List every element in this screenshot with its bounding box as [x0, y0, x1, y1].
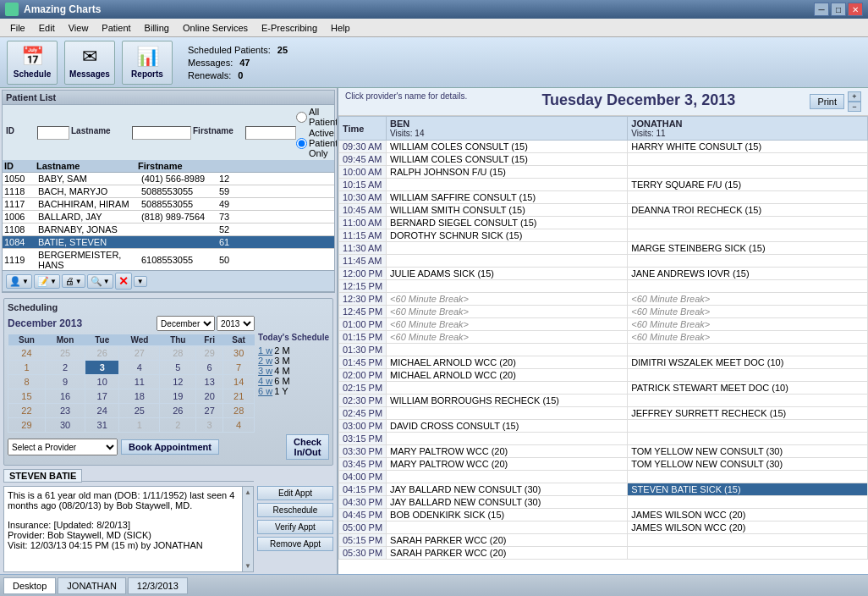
schedule-ben-cell[interactable]: <60 Minute Break> — [387, 293, 628, 306]
schedule-jonathan-cell[interactable] — [628, 166, 868, 179]
schedule-jonathan-cell[interactable]: <60 Minute Break> — [628, 306, 868, 318]
calendar-day[interactable]: 6 — [196, 361, 223, 375]
schedule-ben-cell[interactable]: WILLIAM SMITH CONSULT (15) — [387, 204, 628, 217]
schedule-ben-cell[interactable] — [387, 344, 628, 356]
weekly-link[interactable]: 6 w — [258, 386, 272, 396]
calendar-day[interactable]: 4 — [223, 418, 255, 433]
schedule-jonathan-cell[interactable] — [628, 395, 868, 407]
schedule-jonathan-cell[interactable] — [628, 420, 868, 433]
schedule-jonathan-cell[interactable]: DIMITRI WSZALEK MEET DOC (10) — [628, 356, 868, 369]
month-select[interactable]: December — [157, 316, 215, 331]
all-patients-radio[interactable] — [296, 112, 307, 123]
reports-button[interactable]: 📊 Reports — [122, 41, 173, 85]
calendar-day[interactable]: 26 — [160, 404, 196, 418]
calendar-day[interactable]: 30 — [45, 418, 85, 433]
schedule-ben-cell[interactable] — [387, 255, 628, 268]
ben-provider-name[interactable]: BEN — [390, 119, 624, 129]
id-search-input[interactable] — [37, 126, 69, 140]
book-appointment-button[interactable]: Book Appointment — [121, 439, 219, 455]
reschedule-button[interactable]: Reschedule — [257, 503, 333, 517]
calendar-day[interactable]: 3 — [85, 361, 119, 375]
schedule-jonathan-cell[interactable]: JANE ANDREWS IOVR (15) — [628, 268, 868, 280]
scroll-down-arrow[interactable]: ▼ — [244, 562, 251, 570]
calendar-day[interactable]: 4 — [119, 361, 160, 375]
print-schedule-button[interactable]: Print — [810, 94, 844, 109]
calendar-day[interactable]: 9 — [45, 375, 85, 389]
calendar-day[interactable]: 25 — [45, 346, 85, 361]
schedule-jonathan-cell[interactable]: HARRY WHITE CONSULT (15) — [628, 141, 868, 153]
calendar-day[interactable]: 3 — [196, 418, 223, 433]
search-button[interactable]: 🔍 ▼ — [87, 274, 113, 289]
calendar-day[interactable]: 13 — [196, 375, 223, 389]
schedule-ben-cell[interactable] — [387, 522, 628, 534]
checkin-button[interactable]: CheckIn/Out — [286, 434, 329, 460]
schedule-ben-cell[interactable]: MICHAEL ARNOLD WCC (20) — [387, 356, 628, 369]
calendar-day[interactable]: 2 — [45, 361, 85, 375]
menu-online-services[interactable]: Online Services — [176, 21, 255, 35]
calendar-day[interactable]: 24 — [8, 346, 46, 361]
calendar-day[interactable]: 7 — [223, 361, 255, 375]
verify-appt-button[interactable]: Verify Appt — [257, 520, 333, 534]
patient-row[interactable]: 1050 BABY, SAM (401) 566-8989 12 — [3, 173, 334, 185]
title-bar-controls[interactable]: ─ □ ✕ — [814, 3, 863, 16]
schedule-ben-cell[interactable] — [387, 280, 628, 293]
patient-row[interactable]: 1006 BALLARD, JAY (818) 989-7564 73 — [3, 211, 334, 224]
jonathan-provider-name[interactable]: JONATHAN — [631, 119, 864, 129]
remove-appt-button[interactable]: Remove Appt — [257, 537, 333, 551]
schedule-ben-cell[interactable] — [387, 433, 628, 445]
menu-patient[interactable]: Patient — [95, 21, 137, 35]
calendar-day[interactable]: 1 — [119, 418, 160, 433]
firstname-search-input[interactable] — [245, 126, 296, 140]
calendar-day[interactable]: 28 — [160, 346, 196, 361]
schedule-ben-cell[interactable]: WILLIAM BORROUGHS RECHECK (15) — [387, 395, 628, 407]
schedule-jonathan-cell[interactable] — [628, 471, 868, 483]
schedule-jonathan-cell[interactable] — [628, 496, 868, 509]
calendar-day[interactable]: 30 — [223, 346, 255, 361]
menu-edit[interactable]: Edit — [32, 21, 62, 35]
schedule-jonathan-cell[interactable] — [628, 191, 868, 204]
schedule-jonathan-cell[interactable]: STEVEN BATIE SICK (15) — [628, 483, 868, 496]
schedule-jonathan-cell[interactable] — [628, 217, 868, 229]
calendar-day[interactable]: 31 — [85, 418, 119, 433]
calendar-day[interactable]: 26 — [85, 346, 119, 361]
status-jonathan[interactable]: JONATHAN — [58, 577, 125, 594]
schedule-ben-cell[interactable]: JULIE ADAMS SICK (15) — [387, 268, 628, 280]
calendar-day[interactable]: 20 — [196, 389, 223, 404]
calendar-day[interactable]: 14 — [223, 375, 255, 389]
all-patients-radio-label[interactable]: All Patients — [296, 107, 338, 127]
schedule-jonathan-cell[interactable] — [628, 280, 868, 293]
schedule-ben-cell[interactable] — [387, 242, 628, 255]
calendar-day[interactable]: 27 — [119, 346, 160, 361]
schedule-jonathan-cell[interactable]: TERRY SQUARE F/U (15) — [628, 179, 868, 191]
weekly-link[interactable]: 4 w — [258, 376, 272, 386]
more-button[interactable]: ▼ — [134, 276, 147, 287]
schedule-ben-cell[interactable]: WILLIAM COLES CONSULT (15) — [387, 141, 628, 153]
status-desktop[interactable]: Desktop — [3, 577, 56, 594]
active-patients-radio[interactable] — [296, 138, 307, 149]
scroll-up-arrow[interactable]: ▲ — [244, 488, 251, 496]
schedule-ben-cell[interactable]: SARAH PARKER WCC (20) — [387, 547, 628, 560]
schedule-jonathan-cell[interactable]: MARGE STEINBERG SICK (15) — [628, 242, 868, 255]
provider-select[interactable]: Select a Provider — [8, 439, 118, 455]
calendar-day[interactable]: 16 — [45, 389, 85, 404]
messages-button[interactable]: ✉ Messages — [64, 41, 115, 85]
zoom-out-button[interactable]: − — [848, 102, 861, 112]
schedule-ben-cell[interactable]: <60 Minute Break> — [387, 318, 628, 331]
schedule-jonathan-cell[interactable]: <60 Minute Break> — [628, 293, 868, 306]
schedule-ben-cell[interactable]: DAVID CROSS CONSULT (15) — [387, 420, 628, 433]
menu-view[interactable]: View — [62, 21, 96, 35]
calendar-day[interactable]: 17 — [85, 389, 119, 404]
schedule-ben-cell[interactable]: JAY BALLARD NEW CONSULT (30) — [387, 483, 628, 496]
schedule-jonathan-cell[interactable]: JAMES WILSON WCC (20) — [628, 522, 868, 534]
calendar-day[interactable]: 10 — [85, 375, 119, 389]
schedule-jonathan-cell[interactable]: <60 Minute Break> — [628, 331, 868, 344]
calendar-day[interactable]: 22 — [8, 404, 46, 418]
year-select[interactable]: 2013 — [217, 316, 255, 331]
patient-row[interactable]: 1118 BACH, MARYJO 5088553055 59 — [3, 185, 334, 198]
zoom-in-button[interactable]: + — [848, 91, 861, 102]
schedule-jonathan-cell[interactable] — [628, 255, 868, 268]
close-button[interactable]: ✕ — [848, 3, 863, 16]
schedule-jonathan-cell[interactable] — [628, 153, 868, 166]
delete-button[interactable]: ✕ — [115, 273, 132, 290]
patient-row[interactable]: 1084 BATIE, STEVEN 61 — [3, 236, 334, 249]
